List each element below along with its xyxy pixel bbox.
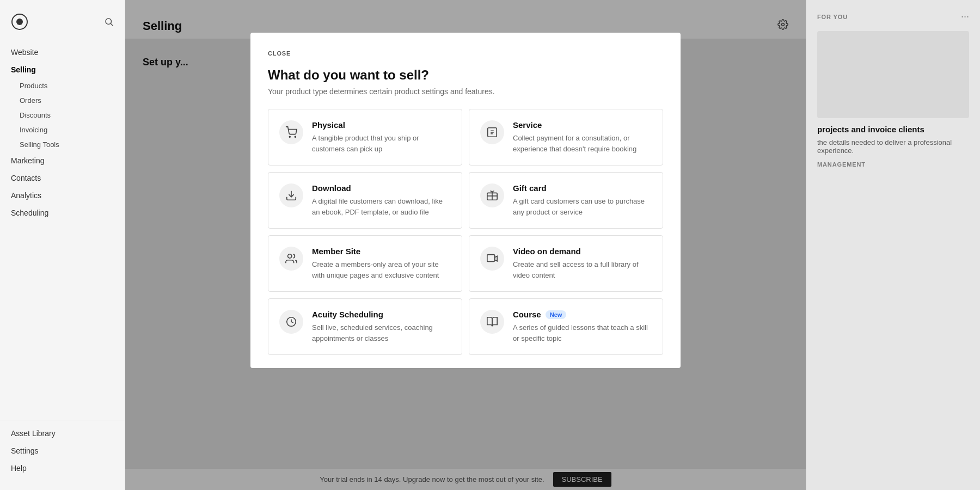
physical-title: Physical — [312, 120, 345, 130]
product-card-download[interactable]: Download A digital file customers can do… — [268, 172, 462, 229]
service-title: Service — [513, 120, 542, 130]
main-content: Selling Set up y... Your trial ends in 1… — [125, 0, 806, 490]
video-on-demand-desc: Create and sell access to a full library… — [513, 259, 652, 280]
acuity-content: Acuity Scheduling Sell live, scheduled s… — [312, 310, 451, 344]
svg-point-2 — [106, 19, 112, 24]
modal-subtitle: Your product type determines certain pro… — [268, 87, 663, 96]
video-on-demand-title: Video on demand — [513, 247, 581, 256]
sidebar-item-orders[interactable]: Orders — [0, 93, 125, 108]
course-title: Course — [513, 310, 541, 319]
sidebar-item-marketing[interactable]: Marketing — [0, 152, 125, 169]
product-type-grid: Physical A tangible product that you shi… — [268, 109, 663, 355]
service-desc: Collect payment for a consultation, or e… — [513, 133, 652, 154]
sidebar: Website Selling Products Orders Discount… — [0, 0, 125, 490]
sidebar-item-website[interactable]: Website — [0, 44, 125, 61]
course-desc: A series of guided lessons that teach a … — [513, 322, 652, 344]
member-site-desc: Create a members-only area of your site … — [312, 259, 451, 280]
svg-point-6 — [295, 136, 296, 137]
course-content: Course New A series of guided lessons th… — [513, 310, 652, 344]
sidebar-logo-area — [0, 9, 125, 44]
product-card-video-on-demand[interactable]: Video on demand Create and sell access t… — [469, 235, 663, 292]
svg-point-1 — [16, 19, 23, 25]
product-card-service[interactable]: Service Collect payment for a consultati… — [469, 109, 663, 166]
right-panel-description: the details needed to deliver a professi… — [817, 138, 969, 155]
right-panel-tag: MANAGEMENT — [817, 161, 969, 168]
right-panel-more-button[interactable]: ··· — [961, 11, 969, 22]
acuity-title: Acuity Scheduling — [312, 310, 383, 319]
sidebar-item-discounts[interactable]: Discounts — [0, 108, 125, 122]
physical-content: Physical A tangible product that you shi… — [312, 120, 451, 154]
download-title: Download — [312, 183, 351, 193]
sidebar-item-selling-tools[interactable]: Selling Tools — [0, 137, 125, 152]
svg-point-5 — [289, 136, 290, 137]
member-site-icon — [279, 247, 303, 271]
video-on-demand-icon — [480, 247, 504, 271]
physical-icon — [279, 120, 303, 144]
right-panel-title: projects and invoice clients — [817, 125, 969, 134]
gift-card-title: Gift card — [513, 183, 547, 193]
search-button[interactable] — [104, 17, 114, 29]
physical-desc: A tangible product that you ship or cust… — [312, 133, 451, 154]
modal-close-button[interactable]: CLOSE — [268, 50, 291, 57]
svg-marker-14 — [495, 256, 498, 261]
sidebar-item-selling[interactable]: Selling — [0, 61, 125, 78]
modal-overlay[interactable]: CLOSE What do you want to sell? Your pro… — [125, 0, 806, 490]
product-card-acuity[interactable]: Acuity Scheduling Sell live, scheduled s… — [268, 298, 462, 355]
course-new-badge: New — [546, 310, 567, 319]
sidebar-item-products[interactable]: Products — [0, 78, 125, 93]
sidebar-item-asset-library[interactable]: Asset Library — [0, 425, 125, 442]
app-logo — [11, 13, 28, 33]
gift-card-content: Gift card A gift card customers can use … — [513, 183, 652, 217]
sidebar-item-scheduling[interactable]: Scheduling — [0, 204, 125, 222]
sidebar-item-analytics[interactable]: Analytics — [0, 187, 125, 204]
sidebar-item-contacts[interactable]: Contacts — [0, 169, 125, 187]
product-card-course[interactable]: Course New A series of guided lessons th… — [469, 298, 663, 355]
svg-rect-13 — [487, 255, 495, 262]
gift-card-desc: A gift card customers can use to purchas… — [513, 196, 652, 217]
sidebar-item-settings[interactable]: Settings — [0, 442, 125, 460]
download-icon — [279, 183, 303, 207]
sidebar-item-invoicing[interactable]: Invoicing — [0, 122, 125, 137]
for-you-label: FOR YOU — [817, 14, 848, 20]
svg-point-12 — [288, 254, 292, 258]
course-icon — [480, 310, 504, 334]
acuity-icon — [279, 310, 303, 334]
svg-line-3 — [111, 23, 113, 26]
product-card-physical[interactable]: Physical A tangible product that you shi… — [268, 109, 462, 166]
member-site-title: Member Site — [312, 247, 360, 256]
modal-title: What do you want to sell? — [268, 68, 663, 83]
download-content: Download A digital file customers can do… — [312, 183, 451, 217]
member-site-content: Member Site Create a members-only area o… — [312, 247, 451, 280]
service-content: Service Collect payment for a consultati… — [513, 120, 652, 154]
product-card-gift-card[interactable]: Gift card A gift card customers can use … — [469, 172, 663, 229]
acuity-desc: Sell live, scheduled services, coaching … — [312, 322, 451, 344]
sidebar-bottom-nav: Asset Library Settings Help — [0, 420, 125, 481]
main-nav: Website Selling Products Orders Discount… — [0, 44, 125, 420]
gift-card-icon — [480, 183, 504, 207]
modal-dialog: CLOSE What do you want to sell? Your pro… — [250, 33, 681, 368]
sidebar-item-help[interactable]: Help — [0, 460, 125, 477]
right-panel: FOR YOU ··· projects and invoice clients… — [806, 0, 980, 490]
right-panel-image — [817, 31, 969, 118]
service-icon — [480, 120, 504, 144]
video-on-demand-content: Video on demand Create and sell access t… — [513, 247, 652, 280]
download-desc: A digital file customers can download, l… — [312, 196, 451, 217]
product-card-member-site[interactable]: Member Site Create a members-only area o… — [268, 235, 462, 292]
